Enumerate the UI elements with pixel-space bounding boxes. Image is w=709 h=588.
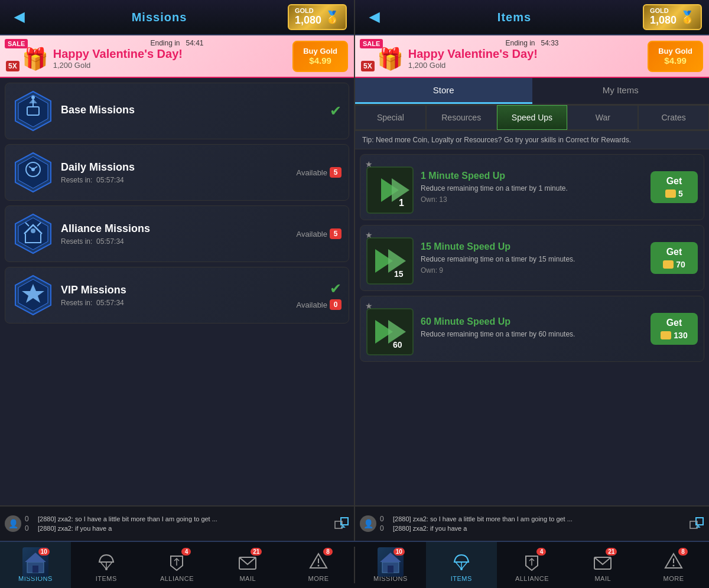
svg-rect-30	[32, 566, 38, 573]
speed-info-60min: 60 Minute Speed Up Reduce remaining time…	[421, 316, 643, 342]
tab-crates[interactable]: Crates	[638, 105, 709, 130]
right-nav-more-icon-wrap: 8	[662, 550, 685, 574]
speed-img-1min: 1	[366, 166, 414, 214]
right-nav-mail[interactable]: 21 MAIL	[567, 542, 638, 588]
right-parachute-icon	[451, 551, 472, 573]
speed-info-1min: 1 Minute Speed Up Reduce remaining time …	[421, 171, 643, 204]
right-chat-msg-2: [2880] zxa2: if you have a	[393, 524, 684, 534]
vip-missions-right: ✔ Available 0	[296, 280, 342, 310]
chat-count-bottom-left: 0	[25, 524, 34, 533]
tab-war[interactable]: War	[567, 105, 638, 130]
tab-resources[interactable]: Resources	[426, 105, 497, 130]
right-items-label: ITEMS	[451, 575, 472, 582]
get-cost-area-15min: 70	[663, 260, 685, 269]
speed-item-60min: ★ 60 60 Minute Speed Up Reduce remaining…	[360, 296, 704, 362]
daily-missions-name: Daily Missions	[61, 161, 289, 174]
right-chat-messages: [2880] zxa2: so I have a little bit more…	[393, 514, 684, 534]
items-buy-gold-button[interactable]: Buy Gold $4.99	[648, 41, 703, 72]
star-icon-60min[interactable]: ★	[365, 301, 373, 311]
items-title: Items	[386, 11, 643, 24]
vip-missions-item[interactable]: VIP Missions Resets in: 05:57:34 ✔ Avail…	[5, 267, 349, 324]
get-cost-1min: 5	[678, 189, 683, 198]
left-nav-missions[interactable]: 10 MISSIONS	[0, 542, 71, 588]
get-button-1min[interactable]: Get 5	[651, 171, 698, 203]
speed-item-15min: ★ 15 15 Minute Speed Up Reduce remaining…	[360, 225, 704, 291]
right-nav-items[interactable]: ITEMS	[426, 542, 497, 588]
items-sale-banner: SALE Ending in 54:33 5X 🎁 Happy Valentin…	[355, 35, 709, 78]
left-items-label: ITEMS	[96, 575, 117, 582]
alliance-missions-name: Alliance Missions	[61, 223, 289, 235]
base-missions-icon	[12, 90, 54, 132]
svg-point-51	[673, 565, 675, 567]
left-chat-msg-1: [2880] zxa2: so I have a little bit more…	[38, 514, 329, 524]
items-gold-block: GOLD 1,080 🥇	[643, 4, 702, 30]
right-missions-badge: 10	[393, 548, 405, 556]
gold-coin-15min	[663, 260, 674, 269]
speed-desc-1min: Reduce remaining time on a timer by 1 mi…	[421, 184, 643, 194]
speed-img-60min: 60	[366, 308, 414, 355]
left-nav-more[interactable]: 8 MORE	[283, 542, 354, 588]
right-mail-label: MAIL	[594, 575, 611, 582]
get-label-15min: Get	[666, 247, 682, 257]
tab-my-items[interactable]: My Items	[532, 78, 710, 104]
get-label-1min: Get	[666, 176, 682, 187]
sale-countdown: 54:41	[186, 39, 204, 47]
items-sale-label: SALE	[360, 39, 383, 48]
chat-count-top-right: 0	[380, 515, 389, 523]
tab-store[interactable]: Store	[355, 78, 532, 104]
vip-missions-check: ✔	[330, 280, 342, 297]
svg-point-39	[318, 565, 320, 567]
right-nav-missions[interactable]: 10 MISSIONS	[355, 542, 426, 588]
left-nav-items-icon-wrap	[95, 550, 118, 574]
alliance-missions-item[interactable]: Alliance Missions Resets in: 05:57:34 Av…	[5, 205, 349, 262]
right-nav-missions-icon-wrap: 10	[379, 550, 402, 574]
left-nav-mail[interactable]: 21 MAIL	[212, 542, 283, 588]
items-sale-subtitle: 1,200 Gold	[408, 61, 643, 70]
missions-back-button[interactable]: ◀	[7, 5, 31, 29]
right-nav-items-icon-wrap	[450, 550, 473, 574]
items-gift-icon: 🎁	[377, 47, 404, 71]
sale-subtitle: 1,200 Gold	[53, 61, 288, 70]
base-missions-info: Base Missions	[61, 104, 323, 119]
left-nav-alliance[interactable]: 4 ALLIANCE	[142, 542, 213, 588]
buy-gold-button[interactable]: Buy Gold $4.99	[292, 41, 348, 72]
get-cost-area-1min: 5	[665, 189, 683, 198]
right-nav-mail-icon-wrap: 21	[591, 550, 614, 574]
left-alliance-label: ALLIANCE	[160, 575, 194, 582]
sale-timer: Ending in 54:41	[150, 39, 203, 47]
left-nav-items[interactable]: ITEMS	[71, 542, 142, 588]
tab-special[interactable]: Special	[355, 105, 426, 130]
star-icon-15min[interactable]: ★	[365, 230, 373, 240]
sale-text-area: Happy Valentine's Day! 1,200 Gold	[53, 47, 288, 70]
get-button-60min[interactable]: Get 130	[651, 313, 698, 345]
sale-title: Happy Valentine's Day!	[53, 47, 288, 61]
speed-items-list: ★ 1 1 Minute Speed Up Reduce remaining t…	[355, 149, 709, 505]
gold-coin-1min	[665, 190, 676, 198]
chat-count-bottom-right: 0	[380, 524, 389, 533]
speed-info-15min: 15 Minute Speed Up Reduce remaining time…	[421, 241, 643, 275]
left-nav-missions-icon-wrap: 10	[24, 550, 47, 574]
right-more-label: MORE	[664, 575, 684, 582]
left-more-badge: 8	[323, 548, 333, 556]
gold-label: GOLD	[295, 8, 321, 14]
right-nav-more[interactable]: 8 MORE	[638, 542, 709, 588]
base-missions-item[interactable]: Base Missions ✔	[5, 83, 349, 139]
left-mail-label: MAIL	[239, 575, 256, 582]
items-sale-text-area: Happy Valentine's Day! 1,200 Gold	[408, 47, 643, 70]
items-header: ◀ Items GOLD 1,080 🥇	[355, 0, 709, 35]
base-missions-name: Base Missions	[61, 104, 323, 116]
daily-missions-sub: Resets in: 05:57:34	[61, 176, 289, 184]
speed-img-15min: 15	[366, 237, 414, 285]
get-button-15min[interactable]: Get 70	[651, 242, 698, 274]
speed-own-1min: Own: 13	[421, 195, 643, 204]
star-icon-1min[interactable]: ★	[365, 159, 373, 169]
bottom-nav: 10 MISSIONS ITEMS	[0, 541, 709, 588]
alliance-missions-right: Available 5	[296, 228, 342, 239]
chat-avatar-right: 👤	[360, 515, 376, 532]
daily-missions-item[interactable]: Daily Missions Resets in: 05:57:34 Avail…	[5, 144, 349, 201]
items-back-button[interactable]: ◀	[362, 5, 386, 29]
tab-speed-ups[interactable]: Speed Ups	[497, 105, 568, 130]
right-nav-alliance[interactable]: 4 ALLIANCE	[497, 542, 568, 588]
items-gold-amount: 1,080	[650, 14, 677, 26]
right-chat-msg-1: [2880] zxa2: so I have a little bit more…	[393, 514, 684, 524]
